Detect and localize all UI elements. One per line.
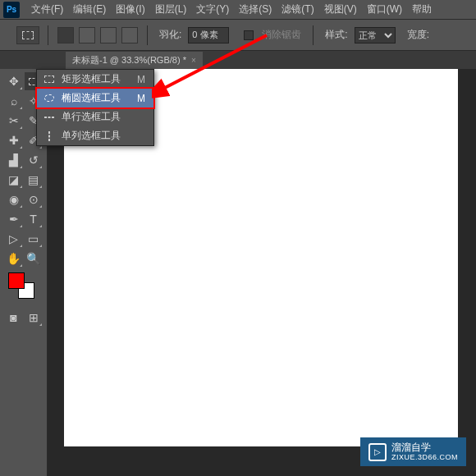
- play-icon: ▷: [368, 443, 387, 461]
- flyout-elliptical-marquee[interactable]: 椭圆选框工具 M: [37, 89, 153, 108]
- menu-bar: Ps 文件(F) 编辑(E) 图像(I) 图层(L) 文字(Y) 选择(S) 滤…: [0, 0, 476, 20]
- flyout-item-label: 椭圆选框工具: [62, 91, 121, 105]
- app-logo: Ps: [3, 2, 20, 18]
- rectangle-marquee-icon: [42, 76, 57, 83]
- antialias-label: 消除锯齿: [262, 28, 301, 42]
- color-swatches[interactable]: [0, 272, 47, 302]
- pen-tool[interactable]: ✒: [5, 210, 23, 228]
- document-tab-bar: 未标题-1 @ 33.3%(RGB/8) * ×: [0, 51, 476, 69]
- lasso-icon: ⌕: [11, 94, 17, 108]
- flyout-item-label: 单列选框工具: [62, 129, 129, 143]
- stamp-icon: ▟: [9, 153, 18, 167]
- quickmask-icon: ◙: [10, 311, 16, 324]
- menu-file[interactable]: 文件(F): [26, 2, 68, 16]
- close-icon[interactable]: ×: [191, 56, 196, 65]
- row-marquee-icon: [42, 117, 57, 118]
- separator: [48, 25, 48, 45]
- hand-icon: ✋: [7, 252, 21, 265]
- menu-filter[interactable]: 滤镜(T): [277, 2, 318, 16]
- feather-input[interactable]: [188, 27, 229, 43]
- menu-type[interactable]: 文字(Y): [191, 2, 234, 16]
- history-brush-tool[interactable]: ↺: [25, 151, 43, 169]
- marquee-icon: [22, 31, 34, 39]
- selection-subtract-button[interactable]: [100, 27, 117, 43]
- tool-preset-picker[interactable]: [16, 26, 39, 44]
- menu-view[interactable]: 视图(V): [319, 2, 362, 16]
- eraser-tool[interactable]: ◪: [5, 171, 23, 189]
- type-icon: T: [30, 213, 37, 226]
- stamp-tool[interactable]: ▟: [5, 151, 23, 169]
- dodge-icon: ⊙: [29, 193, 39, 206]
- history-brush-icon: ↺: [29, 153, 39, 167]
- selection-intersect-button[interactable]: [121, 27, 138, 43]
- menu-window[interactable]: 窗口(W): [362, 2, 407, 16]
- healing-tool[interactable]: ✚: [5, 131, 23, 149]
- flyout-rectangular-marquee[interactable]: 矩形选框工具 M: [37, 70, 153, 89]
- shape-tool[interactable]: ▭: [25, 230, 43, 248]
- flyout-item-shortcut: M: [137, 74, 145, 85]
- flyout-single-column-marquee[interactable]: 单列选框工具: [37, 126, 153, 145]
- gradient-icon: ▤: [28, 173, 39, 186]
- move-tool[interactable]: ✥: [5, 72, 23, 90]
- watermark-title: 溜溜自学: [391, 442, 458, 452]
- width-label: 宽度:: [407, 28, 429, 42]
- menu-layer[interactable]: 图层(L): [150, 2, 192, 16]
- menu-image[interactable]: 图像(I): [111, 2, 149, 16]
- quickmask-tool[interactable]: ◙: [5, 309, 23, 327]
- menu-select[interactable]: 选择(S): [234, 2, 277, 16]
- menu-help[interactable]: 帮助: [407, 2, 437, 16]
- style-select[interactable]: 正常: [355, 27, 396, 43]
- flyout-single-row-marquee[interactable]: 单行选框工具: [37, 108, 153, 126]
- style-label: 样式:: [325, 28, 347, 42]
- menu-edit[interactable]: 编辑(E): [68, 2, 111, 16]
- feather-label: 羽化:: [159, 28, 181, 42]
- document-tab-title: 未标题-1 @ 33.3%(RGB/8) *: [72, 54, 186, 66]
- blur-tool[interactable]: ◉: [5, 190, 23, 208]
- flyout-item-label: 单行选框工具: [62, 110, 129, 124]
- screen-icon: ⊞: [29, 311, 39, 324]
- selection-new-button[interactable]: [57, 27, 74, 43]
- column-marquee-icon: [42, 131, 57, 141]
- ellipse-marquee-icon: [42, 94, 57, 102]
- blur-icon: ◉: [9, 193, 19, 206]
- lasso-tool[interactable]: ⌕: [5, 92, 23, 110]
- magnifier-icon: 🔍: [26, 252, 40, 265]
- antialias-checkbox[interactable]: [244, 30, 254, 40]
- bandage-icon: ✚: [9, 134, 19, 147]
- separator: [313, 25, 314, 45]
- eraser-icon: ◪: [8, 173, 19, 186]
- crop-tool[interactable]: ✂: [5, 112, 23, 130]
- hand-tool[interactable]: ✋: [5, 249, 23, 268]
- crop-icon: ✂: [9, 114, 19, 127]
- zoom-tool[interactable]: 🔍: [25, 249, 43, 268]
- selection-add-button[interactable]: [79, 27, 95, 43]
- options-bar: 羽化: 消除锯齿 样式: 正常 宽度:: [0, 20, 476, 51]
- screenmode-tool[interactable]: ⊞: [25, 309, 43, 327]
- watermark: ▷ 溜溜自学 ZIXUE.3D66.COM: [360, 437, 466, 466]
- flyout-item-shortcut: M: [137, 93, 145, 104]
- rectangle-icon: ▭: [28, 232, 39, 245]
- arrow-icon: ▷: [9, 232, 18, 245]
- marquee-tool-flyout: 矩形选框工具 M 椭圆选框工具 M 单行选框工具 单列选框工具: [36, 69, 154, 146]
- foreground-color[interactable]: [8, 272, 25, 289]
- pen-icon: ✒: [9, 213, 19, 226]
- gradient-tool[interactable]: ▤: [25, 171, 43, 189]
- dodge-tool[interactable]: ⊙: [25, 190, 43, 208]
- path-select-tool[interactable]: ▷: [5, 230, 23, 248]
- document-tab[interactable]: 未标题-1 @ 33.3%(RGB/8) * ×: [66, 52, 203, 69]
- watermark-sub: ZIXUE.3D66.COM: [391, 454, 458, 461]
- type-tool[interactable]: T: [25, 210, 43, 228]
- move-icon: ✥: [9, 75, 19, 88]
- separator: [147, 25, 148, 45]
- flyout-item-label: 矩形选框工具: [62, 72, 121, 86]
